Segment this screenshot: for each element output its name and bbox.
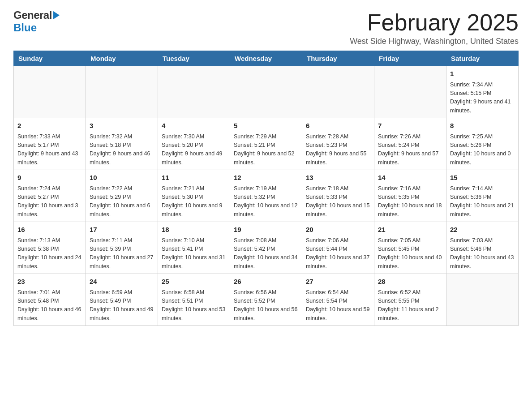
- calendar-day: [230, 66, 302, 118]
- day-header-friday: Friday: [374, 51, 446, 66]
- day-info: Sunrise: 7:03 AMSunset: 5:46 PMDaylight:…: [450, 236, 515, 271]
- day-info: Sunrise: 7:19 AMSunset: 5:32 PMDaylight:…: [234, 184, 298, 219]
- page-header: General Blue February 2025 West Side Hig…: [13, 9, 519, 46]
- day-number: 19: [234, 225, 298, 235]
- day-number: 14: [378, 173, 442, 183]
- calendar-day: 15Sunrise: 7:14 AMSunset: 5:36 PMDayligh…: [446, 170, 519, 222]
- day-number: 17: [90, 225, 154, 235]
- month-title: February 2025: [350, 9, 519, 36]
- day-info: Sunrise: 7:18 AMSunset: 5:33 PMDaylight:…: [306, 184, 370, 219]
- calendar-week-3: 9Sunrise: 7:24 AMSunset: 5:27 PMDaylight…: [14, 170, 519, 222]
- day-header-wednesday: Wednesday: [230, 51, 302, 66]
- day-number: 10: [90, 173, 154, 183]
- day-header-thursday: Thursday: [302, 51, 374, 66]
- calendar-day: 12Sunrise: 7:19 AMSunset: 5:32 PMDayligh…: [230, 170, 302, 222]
- calendar-day: 5Sunrise: 7:29 AMSunset: 5:21 PMDaylight…: [230, 118, 302, 170]
- calendar-day: 16Sunrise: 7:13 AMSunset: 5:38 PMDayligh…: [14, 222, 86, 274]
- day-number: 13: [306, 173, 370, 183]
- calendar-body: 1Sunrise: 7:34 AMSunset: 5:15 PMDaylight…: [14, 66, 519, 326]
- day-info: Sunrise: 7:10 AMSunset: 5:41 PMDaylight:…: [162, 236, 226, 271]
- calendar-day: 14Sunrise: 7:16 AMSunset: 5:35 PMDayligh…: [374, 170, 446, 222]
- calendar-day: 22Sunrise: 7:03 AMSunset: 5:46 PMDayligh…: [446, 222, 519, 274]
- calendar-day: [302, 66, 374, 118]
- day-info: Sunrise: 7:11 AMSunset: 5:39 PMDaylight:…: [90, 236, 154, 271]
- calendar-day: 17Sunrise: 7:11 AMSunset: 5:39 PMDayligh…: [86, 222, 158, 274]
- calendar-day: 20Sunrise: 7:06 AMSunset: 5:44 PMDayligh…: [302, 222, 374, 274]
- calendar-day: 25Sunrise: 6:58 AMSunset: 5:51 PMDayligh…: [158, 274, 230, 326]
- calendar-week-1: 1Sunrise: 7:34 AMSunset: 5:15 PMDaylight…: [14, 66, 519, 118]
- day-info: Sunrise: 7:33 AMSunset: 5:17 PMDaylight:…: [17, 133, 82, 167]
- logo: General Blue: [13, 9, 60, 34]
- day-info: Sunrise: 6:58 AMSunset: 5:51 PMDaylight:…: [162, 288, 226, 323]
- calendar-day: 3Sunrise: 7:32 AMSunset: 5:18 PMDaylight…: [86, 118, 158, 170]
- calendar-day: 26Sunrise: 6:56 AMSunset: 5:52 PMDayligh…: [230, 274, 302, 326]
- calendar-day: [374, 66, 446, 118]
- day-header-monday: Monday: [86, 51, 158, 66]
- day-info: Sunrise: 7:34 AMSunset: 5:15 PMDaylight:…: [450, 81, 515, 116]
- calendar-day: 1Sunrise: 7:34 AMSunset: 5:15 PMDaylight…: [446, 66, 519, 118]
- day-number: 8: [450, 121, 515, 131]
- day-number: 27: [306, 277, 370, 287]
- day-info: Sunrise: 7:08 AMSunset: 5:42 PMDaylight:…: [234, 236, 298, 271]
- day-info: Sunrise: 7:16 AMSunset: 5:35 PMDaylight:…: [378, 184, 442, 219]
- day-info: Sunrise: 7:13 AMSunset: 5:38 PMDaylight:…: [17, 236, 82, 271]
- day-info: Sunrise: 7:26 AMSunset: 5:24 PMDaylight:…: [378, 133, 442, 167]
- calendar-day: 2Sunrise: 7:33 AMSunset: 5:17 PMDaylight…: [14, 118, 86, 170]
- day-info: Sunrise: 7:01 AMSunset: 5:48 PMDaylight:…: [17, 288, 82, 323]
- day-info: Sunrise: 7:22 AMSunset: 5:29 PMDaylight:…: [90, 184, 154, 219]
- day-number: 21: [378, 225, 442, 235]
- calendar-week-5: 23Sunrise: 7:01 AMSunset: 5:48 PMDayligh…: [14, 274, 519, 326]
- day-number: 5: [234, 121, 298, 131]
- day-info: Sunrise: 7:06 AMSunset: 5:44 PMDaylight:…: [306, 236, 370, 271]
- calendar-day: 28Sunrise: 6:52 AMSunset: 5:55 PMDayligh…: [374, 274, 446, 326]
- calendar-day: 11Sunrise: 7:21 AMSunset: 5:30 PMDayligh…: [158, 170, 230, 222]
- calendar-week-2: 2Sunrise: 7:33 AMSunset: 5:17 PMDaylight…: [14, 118, 519, 170]
- day-number: 12: [234, 173, 298, 183]
- day-number: 26: [234, 277, 298, 287]
- calendar-day: 13Sunrise: 7:18 AMSunset: 5:33 PMDayligh…: [302, 170, 374, 222]
- calendar-week-4: 16Sunrise: 7:13 AMSunset: 5:38 PMDayligh…: [14, 222, 519, 274]
- day-number: 18: [162, 225, 226, 235]
- day-header-tuesday: Tuesday: [158, 51, 230, 66]
- day-info: Sunrise: 6:59 AMSunset: 5:49 PMDaylight:…: [90, 288, 154, 323]
- day-info: Sunrise: 7:32 AMSunset: 5:18 PMDaylight:…: [90, 133, 154, 167]
- day-number: 2: [17, 121, 82, 131]
- day-number: 24: [90, 277, 154, 287]
- calendar-day: 21Sunrise: 7:05 AMSunset: 5:45 PMDayligh…: [374, 222, 446, 274]
- day-number: 4: [162, 121, 226, 131]
- day-number: 25: [162, 277, 226, 287]
- day-info: Sunrise: 7:30 AMSunset: 5:20 PMDaylight:…: [162, 133, 226, 167]
- calendar-table: SundayMondayTuesdayWednesdayThursdayFrid…: [13, 51, 519, 326]
- day-number: 15: [450, 173, 515, 183]
- right-header: February 2025 West Side Highway, Washing…: [350, 9, 519, 46]
- calendar-day: 19Sunrise: 7:08 AMSunset: 5:42 PMDayligh…: [230, 222, 302, 274]
- day-header-row: SundayMondayTuesdayWednesdayThursdayFrid…: [14, 51, 519, 66]
- calendar-day: [446, 274, 519, 326]
- calendar-day: 9Sunrise: 7:24 AMSunset: 5:27 PMDaylight…: [14, 170, 86, 222]
- calendar-day: 24Sunrise: 6:59 AMSunset: 5:49 PMDayligh…: [86, 274, 158, 326]
- day-info: Sunrise: 7:05 AMSunset: 5:45 PMDaylight:…: [378, 236, 442, 271]
- location-subtitle: West Side Highway, Washington, United St…: [350, 37, 519, 46]
- logo-triangle-icon: [53, 11, 60, 19]
- day-number: 7: [378, 121, 442, 131]
- day-number: 22: [450, 225, 515, 235]
- day-info: Sunrise: 7:14 AMSunset: 5:36 PMDaylight:…: [450, 184, 515, 219]
- day-header-saturday: Saturday: [446, 51, 519, 66]
- day-info: Sunrise: 7:24 AMSunset: 5:27 PMDaylight:…: [17, 184, 82, 219]
- logo-general-text: General: [13, 9, 52, 21]
- day-info: Sunrise: 6:54 AMSunset: 5:54 PMDaylight:…: [306, 288, 370, 323]
- day-info: Sunrise: 7:29 AMSunset: 5:21 PMDaylight:…: [234, 133, 298, 167]
- calendar-day: 27Sunrise: 6:54 AMSunset: 5:54 PMDayligh…: [302, 274, 374, 326]
- calendar-day: 18Sunrise: 7:10 AMSunset: 5:41 PMDayligh…: [158, 222, 230, 274]
- calendar-day: 8Sunrise: 7:25 AMSunset: 5:26 PMDaylight…: [446, 118, 519, 170]
- day-number: 6: [306, 121, 370, 131]
- day-info: Sunrise: 7:25 AMSunset: 5:26 PMDaylight:…: [450, 133, 515, 167]
- calendar-day: 7Sunrise: 7:26 AMSunset: 5:24 PMDaylight…: [374, 118, 446, 170]
- day-number: 1: [450, 69, 515, 79]
- day-info: Sunrise: 6:52 AMSunset: 5:55 PMDaylight:…: [378, 288, 442, 323]
- day-number: 16: [17, 225, 82, 235]
- day-info: Sunrise: 6:56 AMSunset: 5:52 PMDaylight:…: [234, 288, 298, 323]
- day-info: Sunrise: 7:21 AMSunset: 5:30 PMDaylight:…: [162, 184, 226, 219]
- day-header-sunday: Sunday: [14, 51, 86, 66]
- day-number: 23: [17, 277, 82, 287]
